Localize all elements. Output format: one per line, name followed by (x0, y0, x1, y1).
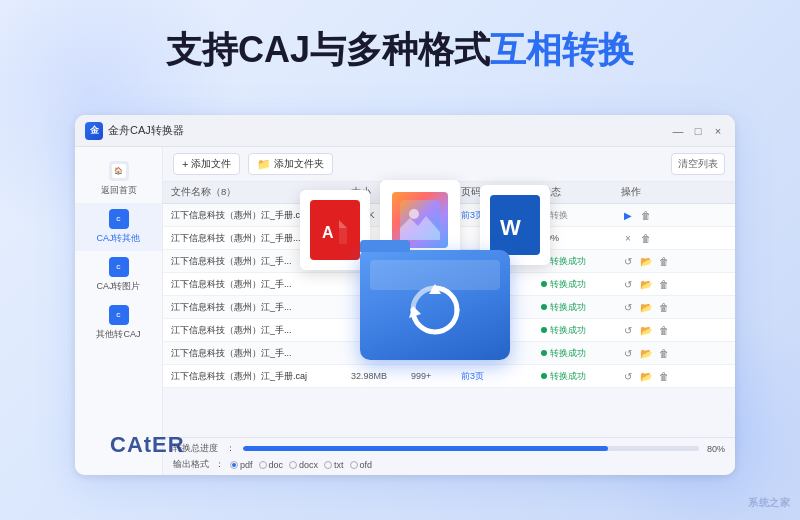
cell-actions: ↺ 📂 🗑 (621, 369, 701, 383)
add-file-button[interactable]: + 添加文件 (173, 153, 240, 175)
action-refresh6[interactable]: ↺ (621, 369, 635, 383)
action-delete6[interactable]: 🗑 (657, 323, 671, 337)
page-title: 支持CAJ与多种格式互相转换 (166, 28, 634, 71)
table-row: 江下信息科技（惠州）江_手册.caj 32.98MB 999+ 前3页 转换成功… (163, 365, 735, 388)
bottom-bar: 转换总进度 ： 80% 输出格式 ： pdf d (163, 437, 735, 475)
cell-filename: 江下信息科技（惠州）江_手... (171, 301, 351, 314)
cell-actions: ▶ 🗑 (621, 208, 701, 222)
progress-fill (243, 446, 608, 451)
close-button[interactable]: × (711, 124, 725, 138)
action-open-folder[interactable]: 📂 (639, 254, 653, 268)
file-table: 文件名称（8） 大小 页数 页码选择 ▼ 状态 (163, 182, 735, 437)
clear-list-button[interactable]: 清空列表 (671, 153, 725, 175)
cell-filename: 江下信息科技（惠州）江_手... (171, 255, 351, 268)
caj-other-icon: C (109, 209, 129, 229)
sidebar-label-caj-other: CAJ转其他 (96, 232, 140, 245)
add-folder-button[interactable]: 📁 添加文件夹 (248, 153, 333, 175)
format-pdf-label: pdf (240, 460, 253, 470)
format-doc-label: doc (269, 460, 284, 470)
cell-filename: 江下信息科技（惠州）江_手册... (171, 232, 351, 245)
action-open-folder4[interactable]: 📂 (639, 323, 653, 337)
cell-filename: 江下信息科技（惠州）江_手册.caj (171, 209, 351, 222)
sidebar-item-home[interactable]: 🏠 返回首页 (75, 155, 162, 203)
cell-page-range[interactable]: 前3页 (461, 370, 541, 383)
table-row: 江下信息科技（惠州）江_手... 转换成功 ↺ 📂 🗑 (163, 296, 735, 319)
radio-ofd (350, 461, 358, 469)
action-refresh5[interactable]: ↺ (621, 346, 635, 360)
header-actions: 操作 (621, 186, 701, 199)
cell-filename: 江下信息科技（惠州）江_手... (171, 347, 351, 360)
watermark: 系统之家 (748, 496, 790, 510)
cell-status: 50% (541, 233, 621, 243)
table-row: 江下信息科技（惠州）江_手册.caj 7.70K 前3页 待转换 ▶ 🗑 (163, 204, 735, 227)
format-ofd[interactable]: ofd (350, 460, 373, 470)
format-row: 输出格式 ： pdf doc docx (173, 458, 725, 471)
sidebar-item-other-caj[interactable]: C 其他转CAJ (75, 299, 162, 347)
action-delete8[interactable]: 🗑 (657, 369, 671, 383)
action-open-folder2[interactable]: 📂 (639, 277, 653, 291)
action-stop[interactable]: × (621, 231, 635, 245)
caj-img-icon: C (109, 257, 129, 277)
table-header: 文件名称（8） 大小 页数 页码选择 ▼ 状态 (163, 182, 735, 204)
cell-page-range[interactable]: 前3页 (461, 209, 541, 222)
other-caj-icon: C (109, 305, 129, 325)
cell-size: 7.70K (351, 210, 411, 220)
cell-status: 转换成功 (541, 347, 621, 360)
radio-txt (324, 461, 332, 469)
format-doc[interactable]: doc (259, 460, 284, 470)
cell-pages: 999+ (411, 371, 461, 381)
action-open-folder3[interactable]: 📂 (639, 300, 653, 314)
action-start[interactable]: ▶ (621, 208, 635, 222)
progress-label2: ： (226, 442, 235, 455)
action-refresh2[interactable]: ↺ (621, 277, 635, 291)
radio-docx (289, 461, 297, 469)
cell-filename: 江下信息科技（惠州）江_手... (171, 278, 351, 291)
maximize-button[interactable]: □ (691, 124, 705, 138)
action-open-folder6[interactable]: 📂 (639, 369, 653, 383)
format-pdf[interactable]: pdf (230, 460, 253, 470)
header-page-range: 页码选择 ▼ (461, 186, 541, 199)
action-delete4[interactable]: 🗑 (657, 277, 671, 291)
sidebar-item-caj-other[interactable]: C CAJ转其他 (75, 203, 162, 251)
header-size: 大小 (351, 186, 411, 199)
format-docx[interactable]: docx (289, 460, 318, 470)
action-delete7[interactable]: 🗑 (657, 346, 671, 360)
title-part2: 互相转换 (490, 29, 634, 70)
colon: ： (215, 458, 224, 471)
cell-filename: 江下信息科技（惠州）江_手... (171, 324, 351, 337)
header-pages: 页数 (411, 186, 461, 199)
sidebar-item-caj-img[interactable]: C CAJ转图片 (75, 251, 162, 299)
header-status: 状态 (541, 186, 621, 199)
add-folder-icon: 📁 (257, 158, 271, 171)
cell-size: 32.98MB (351, 371, 411, 381)
table-row: 江下信息科技（惠州）江_手... 转换成功 ↺ 📂 🗑 (163, 273, 735, 296)
action-refresh[interactable]: ↺ (621, 254, 635, 268)
action-open-folder5[interactable]: 📂 (639, 346, 653, 360)
radio-doc (259, 461, 267, 469)
sidebar: 🏠 返回首页 C CAJ转其他 C CAJ转图片 C 其他转CA (75, 147, 163, 475)
format-txt[interactable]: txt (324, 460, 344, 470)
progress-bar (243, 446, 699, 451)
cell-actions: × 🗑 (621, 231, 701, 245)
action-delete3[interactable]: 🗑 (657, 254, 671, 268)
cell-actions: ↺ 📂 🗑 (621, 323, 701, 337)
titlebar: 金 金舟CAJ转换器 — □ × (75, 115, 735, 147)
action-refresh3[interactable]: ↺ (621, 300, 635, 314)
action-delete[interactable]: 🗑 (639, 208, 653, 222)
page-title-area: 支持CAJ与多种格式互相转换 (166, 28, 634, 71)
app-name: 金舟CAJ转换器 (108, 123, 671, 138)
action-refresh4[interactable]: ↺ (621, 323, 635, 337)
cell-filename: 江下信息科技（惠州）江_手册.caj (171, 370, 351, 383)
table-row: 江下信息科技（惠州）江_手... 转换成功 ↺ 📂 🗑 (163, 319, 735, 342)
format-ofd-label: ofd (360, 460, 373, 470)
action-delete2[interactable]: 🗑 (639, 231, 653, 245)
action-delete5[interactable]: 🗑 (657, 300, 671, 314)
app-body: 🏠 返回首页 C CAJ转其他 C CAJ转图片 C 其他转CA (75, 147, 735, 475)
toolbar-right: 清空列表 (671, 153, 725, 175)
format-txt-label: txt (334, 460, 344, 470)
cell-status: 转换成功 (541, 301, 621, 314)
sidebar-label-home: 返回首页 (101, 184, 137, 197)
cater-text: CAtER (110, 432, 185, 458)
cell-actions: ↺ 📂 🗑 (621, 300, 701, 314)
minimize-button[interactable]: — (671, 124, 685, 138)
